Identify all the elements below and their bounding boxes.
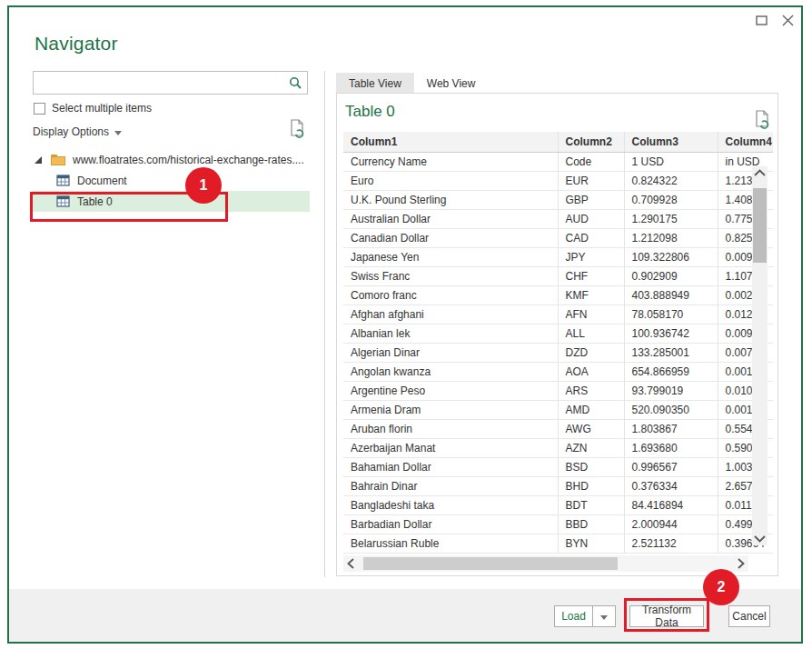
horizontal-scrollbar[interactable] xyxy=(343,555,748,572)
table-cell: 2.000944 xyxy=(624,514,718,534)
table-cell: GBP xyxy=(558,190,624,209)
table-header-row: Column1Column2Column3Column4 xyxy=(343,132,773,152)
table-cell: AFN xyxy=(558,305,624,324)
table-cell: ALL xyxy=(558,324,624,343)
table-cell: Albanian lek xyxy=(343,324,558,343)
table-cell: JPY xyxy=(558,247,624,266)
table-cell: 133.285001 xyxy=(624,343,718,362)
table-column-header: Column4 xyxy=(718,132,773,152)
display-options-dropdown[interactable]: Display Options xyxy=(33,125,122,138)
table-cell: 109.322806 xyxy=(624,247,718,266)
table-row: Japanese YenJPY109.3228060.00914 xyxy=(343,247,773,266)
table-cell: U.K. Pound Sterling xyxy=(343,190,558,209)
table-cell: 1.803867 xyxy=(624,419,718,438)
table-cell: 403.888949 xyxy=(624,285,718,305)
table-row: Currency NameCode1 USDin USD xyxy=(343,152,773,171)
table-row: Bangladeshi takaBDT84.4168940.01184 xyxy=(343,495,773,514)
table-cell: Comoro franc xyxy=(343,285,558,305)
table-cell: Japanese Yen xyxy=(343,247,558,266)
table-cell: AOA xyxy=(558,362,624,381)
navigation-tree: www.floatrates.com/historical-exchange-r… xyxy=(9,149,323,212)
table-cell: 78.058170 xyxy=(624,305,718,324)
table-row: Angolan kwanzaAOA654.8669590.00152 xyxy=(343,362,773,381)
scroll-down-icon[interactable] xyxy=(754,535,766,543)
table-cell: 0.996567 xyxy=(624,457,718,476)
table-cell: Angolan kwanza xyxy=(343,362,558,381)
table-row: Albanian lekALL100.9367420.00990 xyxy=(343,324,773,343)
table-row: Australian DollarAUD1.2901750.77508 xyxy=(343,209,773,228)
search-input[interactable] xyxy=(37,73,284,93)
table-cell: Bahrain Dinar xyxy=(343,476,558,495)
table-cell: Australian Dollar xyxy=(343,209,558,228)
table-cell: 1.212098 xyxy=(624,228,718,247)
table-cell: Code xyxy=(558,152,624,171)
load-button[interactable]: Load xyxy=(554,605,592,627)
table-row: Bahrain DinarBHD0.3763342.65721 xyxy=(343,476,773,495)
table-cell: KMF xyxy=(558,285,624,305)
tab-web-view[interactable]: Web View xyxy=(414,73,489,94)
tab-table-view[interactable]: Table View xyxy=(336,73,414,94)
table-cell: Bahamian Dollar xyxy=(343,457,558,476)
table-cell: Currency Name xyxy=(343,152,558,171)
vertical-scrollbar[interactable] xyxy=(752,166,767,545)
table-cell: BDT xyxy=(558,495,624,514)
table-column-header: Column2 xyxy=(558,132,624,152)
tree-item-label: Document xyxy=(77,175,127,187)
table-cell: ARS xyxy=(558,381,624,400)
display-options-label: Display Options xyxy=(33,125,109,138)
table-cell: 0.376334 xyxy=(624,476,718,495)
table-cell: 654.866959 xyxy=(624,362,718,381)
scroll-right-icon[interactable] xyxy=(738,558,745,569)
annotation-step1-badge: 1 xyxy=(185,167,222,204)
vertical-scroll-thumb[interactable] xyxy=(753,188,767,263)
load-dropdown-button[interactable] xyxy=(592,605,616,627)
table-cell: BBD xyxy=(558,514,624,534)
table-row: Barbadian DollarBBD2.0009440.49976 xyxy=(343,514,773,534)
table-column-header: Column1 xyxy=(343,132,558,152)
table-column-header: Column3 xyxy=(624,132,718,152)
tree-item-table0[interactable]: Table 0 xyxy=(33,191,310,212)
table-row: Aruban florinAWG1.8038670.55436 xyxy=(343,419,773,438)
preview-table-body: Currency NameCode1 USDin USDEuroEUR0.824… xyxy=(343,152,773,553)
table-cell: BSD xyxy=(558,457,624,476)
screenshot-canvas: Navigator Select multiple items Display … xyxy=(0,0,812,649)
table-row: Armenia DramAMD520.0903500.00192 xyxy=(343,400,773,419)
refresh-preview-button[interactable] xyxy=(754,109,772,134)
table-cell: 0.902909 xyxy=(624,266,718,285)
table-row: Comoro francKMF403.8889490.00247 xyxy=(343,285,773,305)
close-icon xyxy=(782,15,794,26)
maximize-button[interactable] xyxy=(754,13,769,28)
cancel-button[interactable]: Cancel xyxy=(728,605,770,627)
preview-tabs: Table View Web View xyxy=(336,73,488,94)
tree-root-label: www.floatrates.com/historical-exchange-r… xyxy=(73,154,304,166)
table-row: Swiss FrancCHF0.9029091.10753 xyxy=(343,266,773,285)
transform-data-button[interactable]: Transform Data xyxy=(629,605,704,627)
table-cell: Armenia Dram xyxy=(343,400,558,419)
table-cell: 1 USD xyxy=(624,152,718,171)
tree-root-item[interactable]: www.floatrates.com/historical-exchange-r… xyxy=(9,149,323,170)
table-cell: 2.521132 xyxy=(624,534,718,553)
refresh-document-icon xyxy=(754,109,772,131)
scroll-left-icon[interactable] xyxy=(347,558,354,569)
close-button[interactable] xyxy=(780,13,796,28)
table-cell: Afghan afghani xyxy=(343,305,558,324)
scroll-up-icon[interactable] xyxy=(754,169,766,176)
page-title: Navigator xyxy=(35,33,118,55)
select-multiple-checkbox[interactable] xyxy=(34,103,45,115)
refresh-document-icon xyxy=(289,118,307,140)
tree-item-document[interactable]: Document xyxy=(9,170,323,191)
preview-title: Table 0 xyxy=(345,103,395,121)
table-cell: Bangladeshi taka xyxy=(343,495,558,514)
table-cell: 84.416894 xyxy=(624,495,718,514)
table-cell: 93.799019 xyxy=(624,381,718,400)
table-cell: AUD xyxy=(558,209,624,228)
search-icon[interactable] xyxy=(289,76,302,90)
table-row: Afghan afghaniAFN78.0581700.01281 xyxy=(343,305,773,324)
refresh-button[interactable] xyxy=(289,118,307,143)
table-cell: AZN xyxy=(558,438,624,457)
expand-triangle-icon[interactable] xyxy=(35,156,42,164)
table-cell: BHD xyxy=(558,476,624,495)
table-cell: Aruban florin xyxy=(343,419,558,438)
horizontal-scroll-thumb[interactable] xyxy=(363,557,618,570)
table-cell: Euro xyxy=(343,171,558,190)
